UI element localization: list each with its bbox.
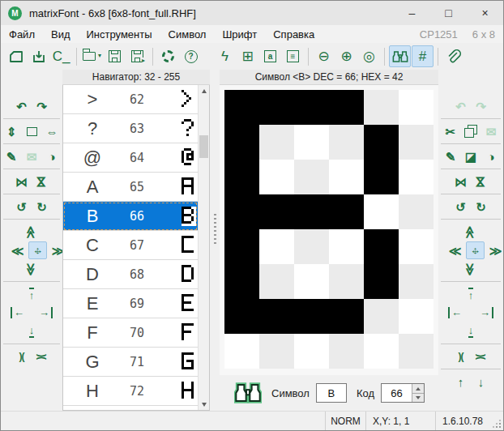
pixel-cell[interactable] [329, 229, 364, 264]
prev-symbol-button[interactable]: ↑ [451, 373, 470, 390]
pixel-cell[interactable] [399, 299, 434, 334]
pixel-cell[interactable] [294, 229, 329, 264]
pixel-cell[interactable] [294, 299, 329, 334]
pixel-cell[interactable] [364, 229, 399, 264]
settings-button[interactable] [157, 45, 179, 67]
redo-button[interactable]: ↷ [32, 97, 51, 115]
scroll-thumb[interactable] [199, 135, 208, 158]
pixel-cell[interactable] [329, 299, 364, 334]
pixel-cell[interactable] [364, 90, 399, 125]
menu-item-2[interactable]: Вид [43, 25, 79, 43]
code-listing-button[interactable]: ≡ [282, 45, 304, 67]
cut-button[interactable]: ✂ [442, 122, 460, 140]
preview-symbol-button[interactable]: a [259, 45, 281, 67]
list-item[interactable]: I [63, 406, 198, 410]
menu-item-6[interactable]: Справка [265, 25, 322, 43]
menu-item-4[interactable]: Символ [160, 25, 215, 43]
pixel-cell[interactable] [224, 229, 259, 264]
pixel-cell[interactable] [329, 334, 364, 369]
flip-vertical-button[interactable]: ⋈ [32, 173, 51, 190]
shift-down-button[interactable]: ≫ [462, 260, 481, 278]
pixel-cell[interactable] [259, 194, 294, 229]
pixel-cell[interactable] [364, 194, 399, 229]
pixel-cell[interactable] [224, 160, 259, 194]
char-width-button[interactable]: ⇔ [43, 122, 62, 140]
copy-button[interactable] [462, 122, 481, 140]
symbol-input[interactable] [316, 383, 347, 403]
minimize-button[interactable]: – [394, 1, 430, 25]
pixel-cell[interactable] [364, 334, 399, 369]
shift-left-button[interactable]: ≪ [446, 241, 464, 259]
shift-up-button[interactable]: ≪ [462, 223, 481, 241]
pixel-cell[interactable] [294, 125, 329, 160]
pixel-cell[interactable] [329, 264, 364, 299]
list-item[interactable]: D68 [63, 260, 198, 289]
invert-button[interactable]: ◑ [482, 147, 501, 165]
brush-button[interactable]: ✎ [2, 147, 21, 165]
list-item[interactable]: >62 [63, 85, 198, 114]
navigator-toggle-button[interactable] [389, 45, 411, 67]
code-spinner[interactable]: 66 [381, 383, 425, 403]
list-item[interactable]: F70 [63, 318, 198, 348]
pixel-cell[interactable] [259, 299, 294, 334]
zoom-out-button[interactable]: ⊖ [313, 45, 335, 67]
align-bottom-button[interactable]: ↓ [462, 322, 481, 340]
close-button[interactable]: × [467, 1, 503, 25]
import-font-button[interactable] [28, 45, 49, 67]
shift-up-button[interactable]: ≪ [23, 223, 41, 241]
pixel-cell[interactable] [399, 264, 434, 299]
zoom-in-button[interactable]: ⊕ [335, 45, 357, 67]
pixel-cell[interactable] [224, 125, 259, 160]
align-right-button[interactable]: → [36, 304, 55, 322]
pixel-cell[interactable] [399, 334, 434, 369]
navigator-scrollbar[interactable] [198, 85, 209, 410]
pixel-cell[interactable] [399, 90, 434, 125]
shift-left-button[interactable]: ≪ [8, 241, 27, 259]
next-symbol-button[interactable]: ↓ [472, 373, 490, 390]
flip-horizontal-button[interactable]: ⋈ [12, 173, 31, 190]
pixel-cell[interactable] [399, 194, 434, 229]
rotate-ccw-button[interactable]: ↺ [12, 198, 31, 216]
pixel-cell[interactable] [364, 160, 399, 194]
pixel-cell[interactable] [294, 334, 329, 369]
scroll-down-button[interactable] [199, 399, 209, 410]
pixel-cell[interactable] [364, 264, 399, 299]
attach-button[interactable] [442, 45, 464, 67]
list-item[interactable]: A65 [63, 173, 198, 202]
pixel-cell[interactable] [259, 229, 294, 264]
effects-button[interactable]: ϟ [214, 45, 236, 67]
maximize-button[interactable]: □ [430, 1, 467, 25]
align-left-button[interactable]: ← [8, 304, 27, 322]
flip-horizontal-button[interactable]: ⋈ [451, 173, 470, 190]
save-as-button[interactable]: ▸ [126, 45, 148, 67]
menu-item-5[interactable]: Шрифт [214, 25, 265, 43]
open-font-button[interactable]: ▾ [81, 45, 103, 67]
align-left-button[interactable]: ← [446, 304, 464, 322]
align-top-button[interactable]: ↑ [462, 285, 481, 303]
zoom-fit-button[interactable]: ◎ [358, 45, 380, 67]
pixel-cell[interactable] [399, 229, 434, 264]
preview-tiles-button[interactable]: ⊞ [237, 45, 258, 67]
list-item[interactable]: B66 [63, 202, 198, 231]
panel-splitter[interactable] [210, 70, 220, 411]
rotate-cw-button[interactable]: ↻ [472, 198, 490, 216]
list-item[interactable]: H72 [63, 377, 198, 406]
pixel-cell[interactable] [224, 299, 259, 334]
pixel-cell[interactable] [329, 194, 364, 229]
shift-right-button[interactable]: ≫ [486, 241, 504, 259]
list-item[interactable]: E69 [63, 289, 198, 318]
spin-up-button[interactable] [412, 384, 424, 393]
menu-item-3[interactable]: Инструменты [79, 25, 160, 43]
new-from-code-button[interactable]: C_ [50, 45, 72, 67]
list-item[interactable]: G71 [63, 348, 198, 377]
pixel-cell[interactable] [224, 264, 259, 299]
align-bottom-button[interactable]: ↓ [23, 322, 41, 340]
spin-down-button[interactable] [412, 393, 424, 402]
move-button[interactable]: ↔↕ [28, 241, 47, 259]
help-button[interactable]: ? [180, 45, 202, 67]
list-item[interactable]: @64 [63, 143, 198, 173]
squeeze-horizontal-button[interactable]: )( [12, 348, 31, 365]
scroll-up-button[interactable] [199, 85, 209, 96]
menu-item-1[interactable]: Файл [1, 25, 43, 43]
grid-toggle-button[interactable]: # [412, 45, 434, 67]
